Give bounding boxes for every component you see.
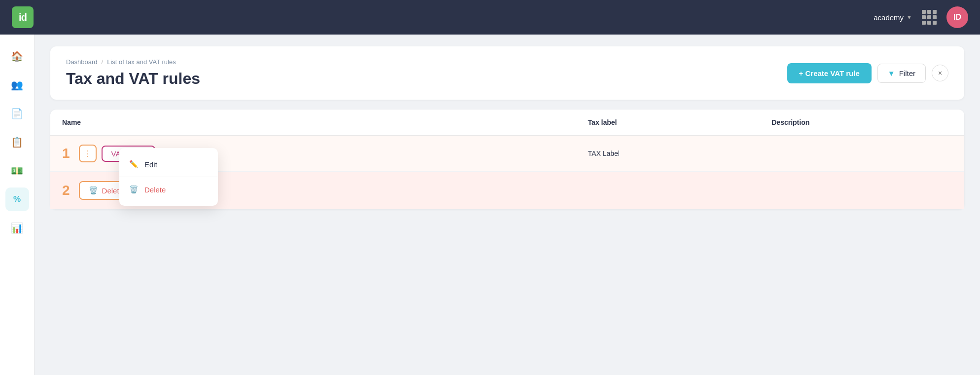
sidebar-item-tax[interactable]: % <box>5 188 29 211</box>
row-description-cell <box>760 136 964 172</box>
col-description: Description <box>760 110 964 136</box>
sidebar-item-documents[interactable]: 📄 <box>5 102 29 125</box>
row2-tax-label <box>576 172 760 210</box>
chevron-down-icon: ▼ <box>907 14 912 20</box>
filter-label: Filter <box>899 69 915 77</box>
trash-icon: 🗑️ <box>89 186 98 195</box>
dots-icon: ⋮ <box>84 149 92 158</box>
table-header: Name Tax label Description <box>50 110 964 136</box>
context-menu: ✏️ Edit 🗑️ Delete <box>119 148 218 206</box>
content-area: Dashboard / List of tax and VAT rules Ta… <box>35 35 980 375</box>
navbar-right: academy ▼ ID <box>874 6 968 28</box>
breadcrumb: Dashboard / List of tax and VAT rules <box>66 58 200 66</box>
sidebar-item-users[interactable]: 👥 <box>5 73 29 97</box>
sidebar: 🏠 👥 📄 📋 💵 % 📊 <box>0 35 35 375</box>
row-actions-button[interactable]: ⋮ <box>79 145 97 162</box>
logo[interactable]: id <box>12 6 34 28</box>
context-menu-delete[interactable]: 🗑️ Delete <box>119 179 218 200</box>
row-tax-label-cell: TAX Label <box>576 136 760 172</box>
create-vat-rule-button[interactable]: + Create VAT rule <box>787 63 872 83</box>
apps-grid-icon[interactable] <box>922 10 937 25</box>
col-name: Name <box>50 110 576 136</box>
edit-label: Edit <box>144 160 157 169</box>
delete-menu-label: Delete <box>144 186 166 194</box>
page-title: Tax and VAT rules <box>66 70 200 88</box>
context-divider <box>119 177 218 177</box>
step-2-label: 2 <box>62 183 70 198</box>
sidebar-item-billing[interactable]: 💵 <box>5 159 29 183</box>
col-tax-label: Tax label <box>576 110 760 136</box>
breadcrumb-dashboard[interactable]: Dashboard <box>66 58 98 66</box>
breadcrumb-separator: / <box>102 58 104 66</box>
table-card: Name Tax label Description 1 <box>50 110 964 209</box>
context-menu-edit[interactable]: ✏️ Edit <box>119 154 218 175</box>
header-card: Dashboard / List of tax and VAT rules Ta… <box>50 46 964 100</box>
trash-icon-menu: 🗑️ <box>129 185 139 194</box>
sidebar-item-tasks[interactable]: 📋 <box>5 130 29 154</box>
company-selector[interactable]: academy ▼ <box>874 13 912 22</box>
breadcrumb-current: List of tax and VAT rules <box>107 58 175 66</box>
pencil-icon: ✏️ <box>129 160 139 169</box>
close-filter-button[interactable]: × <box>932 65 948 81</box>
navbar-left: id <box>12 6 34 28</box>
company-name: academy <box>874 13 904 22</box>
header-left: Dashboard / List of tax and VAT rules Ta… <box>66 58 200 88</box>
navbar: id academy ▼ ID <box>0 0 980 35</box>
step-1-label: 1 <box>62 146 70 161</box>
filter-icon: ▼ <box>888 69 895 77</box>
row2-description <box>760 172 964 210</box>
header-actions: + Create VAT rule ▼ Filter × <box>787 63 948 83</box>
sidebar-item-home[interactable]: 🏠 <box>5 44 29 68</box>
main-layout: 🏠 👥 📄 📋 💵 % 📊 Dashboard / List of tax an… <box>0 35 980 375</box>
sidebar-item-reports[interactable]: 📊 <box>5 216 29 240</box>
user-avatar[interactable]: ID <box>946 6 968 28</box>
filter-button[interactable]: ▼ Filter <box>877 64 926 83</box>
